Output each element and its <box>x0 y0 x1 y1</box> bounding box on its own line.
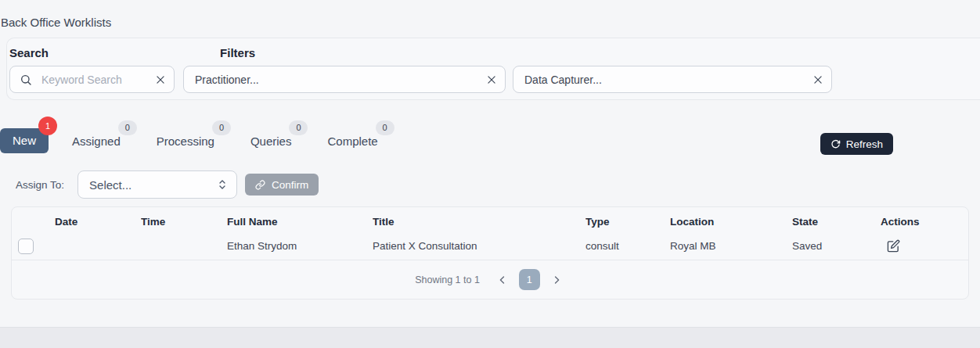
footer-strip <box>0 327 980 348</box>
page-number-button[interactable]: 1 <box>519 269 540 290</box>
chevron-left-icon[interactable] <box>494 271 511 289</box>
practitioner-filter-box <box>183 66 506 93</box>
cell-title: Patient X Consultation <box>373 240 585 252</box>
column-header-full-name: Full Name <box>227 216 373 228</box>
assign-to-label: Assign To: <box>16 179 64 191</box>
chevron-up-down-icon <box>218 179 227 190</box>
tab-complete[interactable]: Complete 0 <box>327 130 377 152</box>
table-row: Ethan Strydom Patient X Consultation con… <box>12 232 968 260</box>
data-capturer-clear-icon[interactable] <box>812 74 823 85</box>
search-clear-icon[interactable] <box>155 74 166 85</box>
confirm-button[interactable]: Confirm <box>245 174 319 196</box>
column-header-title: Title <box>373 216 585 228</box>
tab-new-count-badge: 1 <box>38 117 57 135</box>
data-capturer-filter-input[interactable] <box>524 74 812 86</box>
assign-to-select[interactable]: Select... <box>77 170 237 199</box>
cell-location: Royal MB <box>670 240 792 252</box>
column-header-type: Type <box>585 216 670 228</box>
pagination: Showing 1 to 1 1 <box>12 260 968 299</box>
worklist-tabs-row: New 1 Assigned 0 Processing 0 Queries 0 … <box>0 117 980 156</box>
search-filters-panel: Search Filters <box>6 38 980 100</box>
tab-queries[interactable]: Queries 0 <box>250 130 292 152</box>
row-checkbox[interactable] <box>18 239 34 254</box>
pagination-summary: Showing 1 to 1 <box>415 274 480 285</box>
tab-processing-count-badge: 0 <box>212 120 231 135</box>
practitioner-filter-input[interactable] <box>195 74 486 86</box>
cell-full-name: Ethan Strydom <box>227 240 373 252</box>
column-header-state: State <box>792 216 881 228</box>
search-section-label: Search <box>9 46 49 59</box>
refresh-icon <box>830 139 841 149</box>
data-capturer-filter-box <box>513 66 832 93</box>
chevron-right-icon[interactable] <box>548 271 565 289</box>
cell-type: consult <box>585 240 670 252</box>
tab-queries-count-badge: 0 <box>289 120 308 135</box>
column-header-date: Date <box>55 216 141 228</box>
tab-processing[interactable]: Processing 0 <box>157 130 214 152</box>
worklist-tabs: New 1 Assigned 0 Processing 0 Queries 0 … <box>0 128 414 153</box>
search-icon <box>20 74 32 86</box>
cell-state: Saved <box>792 240 881 252</box>
practitioner-clear-icon[interactable] <box>486 74 497 85</box>
filters-section-label: Filters <box>220 46 255 59</box>
keyword-search-box <box>9 66 175 93</box>
assign-row: Assign To: Select... Confirm <box>16 170 319 199</box>
worklist-table: Date Time Full Name Title Type Location … <box>11 206 969 300</box>
link-icon <box>255 180 265 190</box>
refresh-button[interactable]: Refresh <box>820 133 893 155</box>
tab-assigned[interactable]: Assigned 0 <box>72 130 121 152</box>
search-input[interactable] <box>41 74 155 86</box>
column-header-time: Time <box>141 216 227 228</box>
tab-new[interactable]: New 1 <box>0 128 49 153</box>
page-title: Back Office Worklists <box>0 0 980 29</box>
table-header-row: Date Time Full Name Title Type Location … <box>12 207 968 232</box>
column-header-location: Location <box>670 216 792 228</box>
tab-complete-count-badge: 0 <box>376 120 395 135</box>
tab-assigned-count-badge: 0 <box>118 120 137 135</box>
edit-pencil-icon[interactable] <box>887 239 900 253</box>
column-header-actions: Actions <box>881 216 968 228</box>
